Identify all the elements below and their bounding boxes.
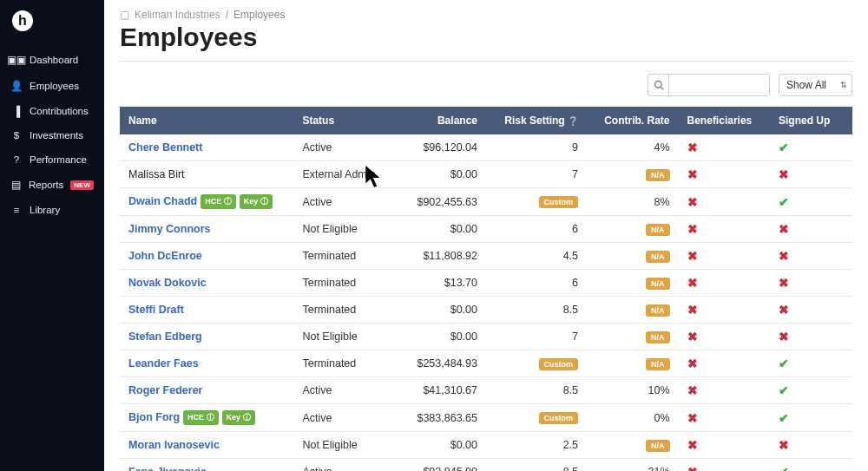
nav: ▣▣Dashboard👤Employees▐Contributions$Inve… [0,47,104,222]
risk-cell: 7 [486,161,587,188]
rate-cell: N/A [587,216,679,243]
signed-cell: ✔ [770,459,852,472]
x-icon: ✖ [687,357,698,370]
table-row: Leander FaesTerminated$253,484.93CustomN… [120,350,852,377]
employee-name[interactable]: Bjon Forg [128,411,180,423]
rate-cell: N/A [587,270,679,297]
breadcrumb-org[interactable]: Keliman Industries [135,9,220,21]
balance-cell: $0.00 [394,297,486,324]
check-icon: ✔ [779,141,789,154]
x-icon: ✖ [687,195,698,209]
sidebar-item-performance[interactable]: ?Performance [0,147,104,172]
search-icon [648,75,669,95]
status-cell: Terminated [293,270,394,297]
rate-cell: 4% [587,134,679,161]
library-icon: ≡ [10,205,23,215]
beneficiaries-cell: ✖ [679,161,771,188]
rate-na-badge: N/A [646,224,670,236]
col-beneficiaries[interactable]: Beneficiaries [679,107,771,134]
employees-table: Name Status Balance Risk Setting ❔ Contr… [120,107,852,471]
employee-name[interactable]: Steffi Draft [128,304,184,316]
dashboard-icon: ▣▣ [10,54,23,66]
main-content: ▢ Keliman Industries / Employees Employe… [104,0,868,471]
x-icon: ✖ [687,249,698,263]
hce-pill: HCE ⓘ [201,194,236,209]
status-cell: Not Eligible [293,432,394,459]
sidebar-item-contributions[interactable]: ▐Contributions [0,99,104,123]
rate-cell: N/A [587,324,679,350]
employee-name[interactable]: Novak Dokovic [128,277,207,289]
help-icon[interactable]: ❔ [568,116,578,126]
signed-cell: ✖ [770,161,852,188]
balance-cell: $253,484.93 [394,350,486,377]
risk-cell: 7 [486,324,587,350]
signed-cell: ✖ [770,216,852,243]
sidebar-item-library[interactable]: ≡Library [0,198,104,222]
status-cell: Active [293,459,394,472]
risk-cell: 2.5 [486,432,587,459]
brand-logo[interactable]: h [0,10,104,47]
x-icon: ✖ [687,276,698,290]
beneficiaries-cell: ✖ [679,459,771,472]
employee-name[interactable]: John DcEnroe [128,250,202,262]
check-icon: ✔ [779,411,789,425]
employee-name: Malissa Birt [128,168,185,180]
building-icon: ▢ [120,9,129,21]
x-icon: ✖ [687,303,698,317]
table-row: Steffi DraftTerminated$0.008.5N/A✖✖ [120,297,852,324]
sidebar-item-label: Employees [30,81,94,91]
svg-point-0 [654,82,661,88]
risk-cell: Custom [486,188,587,216]
employee-name[interactable]: Roger Federer [128,384,202,396]
table-row: Dwain ChaddHCE ⓘKey ⓘActive$902,455.63Cu… [120,188,852,216]
sidebar-item-dashboard[interactable]: ▣▣Dashboard [0,47,104,73]
x-icon: ✖ [687,330,698,343]
employee-name[interactable]: Leander Faes [128,357,199,370]
risk-custom-badge: Custom [539,412,579,424]
key-pill: Key ⓘ [240,194,273,209]
risk-cell: 4.5 [486,243,587,270]
col-rate[interactable]: Contrib. Rate [587,107,679,134]
rate-na-badge: N/A [646,278,670,290]
col-signed[interactable]: Signed Up [770,107,852,134]
sidebar-item-reports[interactable]: ▤ReportsNEW [0,172,104,198]
col-status[interactable]: Status [293,107,394,134]
col-balance[interactable]: Balance [394,107,486,134]
beneficiaries-cell: ✖ [679,134,771,161]
sidebar-item-label: Reports [29,180,63,190]
risk-custom-badge: Custom [539,358,579,370]
risk-cell: Custom [486,350,587,377]
divider [120,61,852,62]
status-cell: Active [293,377,394,404]
beneficiaries-cell: ✖ [679,377,771,404]
status-cell: Active [293,134,394,161]
table-row: Fana JivanovicActive$92,845.998.531%✖✔ [120,459,852,472]
employee-name[interactable]: Moran Ivanosevic [128,439,220,451]
employee-name[interactable]: Chere Bennett [128,141,202,154]
employees-icon: 👤 [10,80,23,92]
balance-cell: $92,845.99 [394,459,486,472]
employee-name[interactable]: Stefan Edberg [128,330,202,343]
check-icon: ✔ [779,383,789,397]
x-icon: ✖ [687,411,698,425]
rate-cell: 0% [587,404,679,432]
x-icon: ✖ [687,222,698,236]
status-cell: Terminated [293,243,394,270]
breadcrumb-current: Employees [233,9,285,21]
col-risk[interactable]: Risk Setting ❔ [486,107,587,134]
employee-name[interactable]: Dwain Chadd [128,195,197,207]
status-cell: Terminated [293,297,394,324]
employee-name[interactable]: Jimmy Connors [128,223,210,235]
balance-cell: $0.00 [394,216,486,243]
balance-cell: $96,120.04 [394,134,486,161]
risk-cell: 8.5 [486,377,587,404]
filter-select[interactable]: Show All [779,74,852,96]
col-name[interactable]: Name [120,107,293,134]
x-icon: ✖ [779,276,789,290]
sidebar-item-employees[interactable]: 👤Employees [0,73,104,99]
search-input[interactable] [669,75,769,95]
sidebar-item-investments[interactable]: $Investments [0,123,104,147]
check-icon: ✔ [779,357,789,370]
employee-name[interactable]: Fana Jivanovic [128,466,207,471]
breadcrumb: ▢ Keliman Industries / Employees [104,0,868,23]
